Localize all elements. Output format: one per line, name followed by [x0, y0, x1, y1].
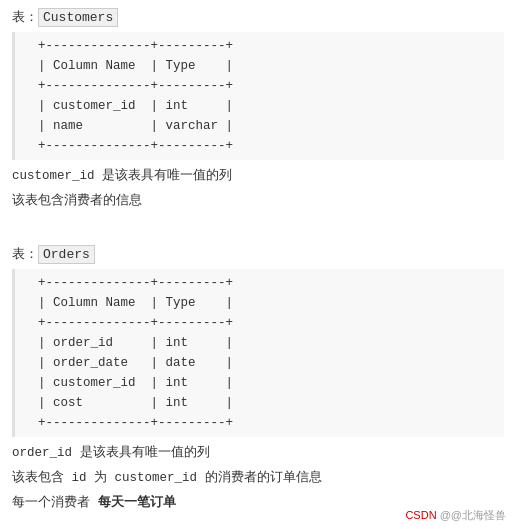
orders-table-name: Orders	[38, 245, 95, 264]
spacer	[12, 231, 504, 245]
customers-schema: +--------------+---------+ | Column Name…	[12, 32, 504, 160]
page-footer: CSDN @@北海怪兽	[405, 508, 506, 523]
footer-author: @北海怪兽	[451, 509, 506, 521]
customers-table-label: 表：Customers	[12, 8, 504, 26]
customers-desc2: 该表包含消费者的信息	[12, 191, 504, 212]
orders-desc3-prefix: 每一个消费者	[12, 496, 98, 510]
csdn-brand: CSDN	[405, 509, 436, 521]
orders-desc1: order_id 是该表具有唯一值的列	[12, 443, 504, 464]
orders-section: 表：Orders +--------------+---------+ | Co…	[12, 245, 504, 515]
orders-desc2: 该表包含 id 为 customer_id 的消费者的订单信息	[12, 468, 504, 489]
orders-schema: +--------------+---------+ | Column Name…	[12, 269, 504, 437]
customers-table-name: Customers	[38, 8, 118, 27]
footer-at: @	[437, 509, 451, 521]
orders-table-label: 表：Orders	[12, 245, 504, 263]
customers-label-prefix: 表：	[12, 10, 38, 25]
customers-desc1: customer_id 是该表具有唯一值的列	[12, 166, 504, 187]
orders-desc3-bold: 每天一笔订单	[98, 496, 176, 510]
customers-section: 表：Customers +--------------+---------+ |…	[12, 8, 504, 213]
orders-label-prefix: 表：	[12, 247, 38, 262]
